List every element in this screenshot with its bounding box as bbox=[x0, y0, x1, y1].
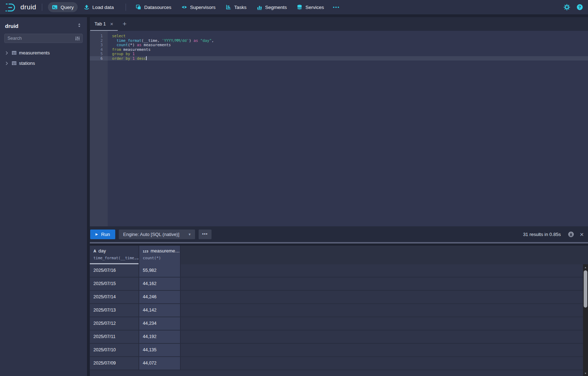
line-number: 4 bbox=[90, 47, 108, 52]
cell-day[interactable]: 2025/07/10 bbox=[90, 344, 139, 356]
cell-measurements[interactable]: 55,982 bbox=[139, 264, 181, 277]
upload-icon bbox=[84, 4, 89, 10]
string-type-icon: A bbox=[93, 249, 96, 253]
close-results-icon[interactable]: × bbox=[580, 231, 584, 238]
tree-item-measurements[interactable]: measurements bbox=[0, 48, 87, 58]
results-header: A day time_format(__time,… 123 measureme… bbox=[90, 246, 588, 264]
chevron-right-icon[interactable] bbox=[4, 50, 9, 56]
database-icon bbox=[297, 4, 302, 10]
nav-item-supervisors[interactable]: Supervisors bbox=[178, 2, 219, 12]
nav-divider bbox=[42, 4, 42, 11]
cell-day[interactable]: 2025/07/15 bbox=[90, 278, 139, 290]
cell-day[interactable]: 2025/07/11 bbox=[90, 331, 139, 343]
table-row: 2025/07/0944,072 bbox=[90, 357, 588, 370]
cell-measurements[interactable]: 44,192 bbox=[139, 331, 181, 343]
line-number: 5 bbox=[90, 52, 108, 56]
results-scrollbar[interactable]: ▲ ▼ bbox=[583, 264, 588, 376]
code-line: order by 1 desc bbox=[108, 56, 588, 61]
navbar-right: ? bbox=[564, 4, 583, 10]
nav-item-load-data[interactable]: Load data bbox=[80, 2, 118, 12]
run-button-label: Run bbox=[101, 232, 110, 237]
column-header-day[interactable]: A day time_format(__time,… bbox=[90, 246, 139, 264]
filter-icon[interactable] bbox=[75, 36, 80, 41]
nav-item-tasks[interactable]: Tasks bbox=[222, 2, 251, 12]
run-button[interactable]: ▶ Run bbox=[90, 230, 115, 239]
line-number: 3 bbox=[90, 43, 108, 47]
table-row: 2025/07/1655,982 bbox=[90, 264, 588, 278]
caret-down-icon: ▾ bbox=[189, 232, 191, 237]
search-input[interactable] bbox=[5, 36, 75, 41]
row-filler bbox=[181, 331, 588, 343]
cell-day[interactable]: 2025/07/12 bbox=[90, 317, 139, 330]
column-expression: time_format(__time,… bbox=[93, 256, 139, 260]
table-icon bbox=[11, 50, 17, 56]
cell-day[interactable]: 2025/07/09 bbox=[90, 357, 139, 370]
sql-editor[interactable]: 123456 select time_format(__time, 'YYYY/… bbox=[90, 31, 588, 226]
tree-item-stations[interactable]: stations bbox=[0, 58, 87, 68]
nav-item-query[interactable]: Query bbox=[48, 2, 78, 12]
text-caret bbox=[146, 56, 147, 60]
result-summary: 31 results in 0.85s bbox=[523, 232, 561, 237]
row-filler bbox=[181, 264, 588, 277]
bar-chart-icon bbox=[257, 4, 262, 10]
svg-text:?: ? bbox=[578, 5, 581, 9]
download-icon[interactable] bbox=[568, 231, 574, 237]
nav-item-label: Services bbox=[305, 5, 324, 10]
help-icon[interactable]: ? bbox=[577, 4, 583, 10]
nav-item-label: Tasks bbox=[234, 5, 247, 10]
cell-measurements[interactable]: 44,234 bbox=[139, 317, 181, 330]
editor-code[interactable]: select time_format(__time, 'YYYY/MM/dd')… bbox=[108, 31, 588, 226]
table-row: 2025/07/1544,162 bbox=[90, 278, 588, 291]
chevron-right-icon[interactable] bbox=[4, 61, 9, 66]
tab-bar: Tab 1 × + bbox=[90, 17, 588, 31]
new-tab-icon[interactable]: + bbox=[118, 20, 132, 28]
gear-icon[interactable] bbox=[564, 4, 570, 10]
row-filler bbox=[181, 291, 588, 303]
query-more-button[interactable]: ••• bbox=[199, 230, 212, 239]
table-row: 2025/07/1344,142 bbox=[90, 304, 588, 317]
sort-indicator bbox=[90, 263, 139, 264]
nav-more-icon[interactable]: ••• bbox=[330, 3, 343, 12]
play-icon: ▶ bbox=[96, 232, 98, 236]
cell-measurements[interactable]: 44,162 bbox=[139, 278, 181, 290]
table-row: 2025/07/1244,234 bbox=[90, 317, 588, 331]
table-icon bbox=[11, 61, 17, 66]
tree-item-label: stations bbox=[19, 61, 35, 66]
cell-measurements[interactable]: 44,246 bbox=[139, 291, 181, 303]
scroll-down-icon[interactable]: ▼ bbox=[583, 371, 588, 376]
datasource-tree: measurements stations bbox=[0, 48, 87, 68]
column-name: measureme… bbox=[151, 248, 180, 254]
druid-logo[interactable]: druid bbox=[5, 3, 36, 12]
query-workbench: Tab 1 × + 123456 select time_format(__ti… bbox=[90, 17, 588, 376]
tab-active[interactable]: Tab 1 × bbox=[90, 17, 118, 31]
nav-item-segments[interactable]: Segments bbox=[253, 2, 291, 12]
cell-day[interactable]: 2025/07/14 bbox=[90, 291, 139, 303]
line-number: 6 bbox=[90, 56, 108, 61]
tab-label: Tab 1 bbox=[94, 21, 106, 26]
double-caret-icon[interactable] bbox=[77, 23, 82, 29]
nav-item-services[interactable]: Services bbox=[293, 2, 328, 12]
scroll-up-icon[interactable]: ▲ bbox=[583, 265, 588, 270]
column-header-measurements[interactable]: 123 measureme… count(*) bbox=[139, 246, 181, 264]
nav-item-datasources[interactable]: Datasources bbox=[132, 2, 175, 12]
cell-measurements[interactable]: 44,135 bbox=[139, 344, 181, 356]
cell-measurements[interactable]: 44,072 bbox=[139, 357, 181, 370]
code-line: group by 1 bbox=[108, 52, 588, 56]
table-row: 2025/07/1144,192 bbox=[90, 331, 588, 344]
code-line: select bbox=[108, 34, 588, 38]
column-name: day bbox=[98, 248, 106, 254]
scrollbar-thumb[interactable] bbox=[584, 270, 587, 308]
cell-day[interactable]: 2025/07/16 bbox=[90, 264, 139, 277]
cell-measurements[interactable]: 44,142 bbox=[139, 304, 181, 317]
tab-close-icon[interactable]: × bbox=[110, 21, 113, 26]
engine-select[interactable]: Engine: Auto [SQL (native)] ▾ bbox=[119, 230, 195, 239]
nav-item-label: Datasources bbox=[144, 5, 171, 10]
cell-day[interactable]: 2025/07/13 bbox=[90, 304, 139, 317]
row-filler bbox=[181, 317, 588, 330]
druid-console: druid Query Load data Datasources bbox=[0, 0, 588, 376]
number-type-icon: 123 bbox=[143, 250, 149, 253]
editor-gutter: 123456 bbox=[90, 31, 108, 226]
tree-item-label: measurements bbox=[19, 50, 50, 56]
nav-item-label: Segments bbox=[265, 5, 287, 10]
results-panel: A day time_format(__time,… 123 measureme… bbox=[90, 246, 588, 376]
